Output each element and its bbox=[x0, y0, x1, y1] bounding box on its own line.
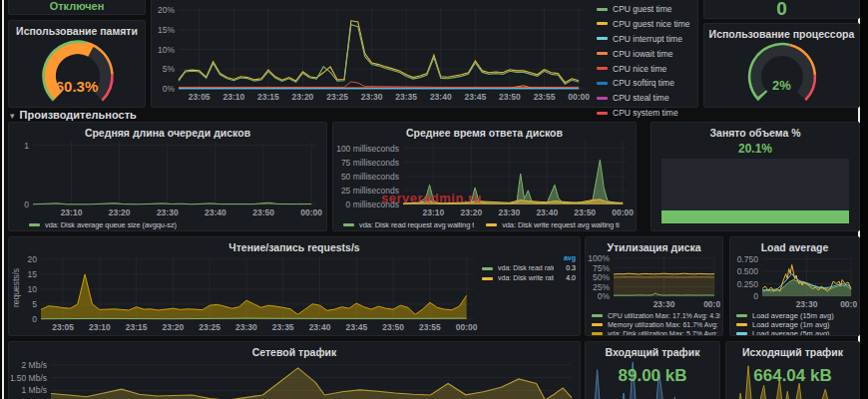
section-title: Производительность bbox=[20, 109, 137, 121]
rw-requests-chart[interactable]: 23:0523:1023:1523:2023:2523:3023:3523:40… bbox=[11, 251, 478, 335]
series-color-dash bbox=[597, 52, 608, 55]
disk-queue-chart[interactable]: 23:1023:2023:3023:4023:5000:0001 bbox=[11, 137, 324, 218]
grafana-dashboard: { "section": {"title": "Производительнос… bbox=[0, 0, 868, 399]
cpu-stat-value: 0 bbox=[704, 0, 859, 20]
svg-text:00:00: 00:00 bbox=[300, 207, 322, 217]
panel-title[interactable]: Использование процессора bbox=[704, 28, 859, 40]
legend-label: CPU guest nice time bbox=[613, 19, 689, 29]
legend-item[interactable]: CPU system time bbox=[597, 108, 696, 118]
svg-text:15%: 15% bbox=[158, 25, 175, 35]
svg-text:0: 0 bbox=[32, 314, 37, 324]
panel-agent-status: Отключен bbox=[8, 0, 146, 15]
legend-item[interactable]: CPU softirq time bbox=[597, 78, 696, 88]
svg-text:23:30: 23:30 bbox=[796, 299, 818, 309]
cpu-times-chart[interactable]: 23:0523:1023:1523:2023:2523:3023:3523:40… bbox=[153, 1, 590, 107]
svg-text:23:15: 23:15 bbox=[126, 322, 148, 332]
memory-gauge[interactable] bbox=[18, 37, 138, 107]
series-color-dash bbox=[597, 8, 608, 11]
legend-label: CPU guest time bbox=[613, 4, 672, 14]
panel-title[interactable]: Использование памяти bbox=[9, 25, 145, 37]
legend-item[interactable]: CPU utilization Max: 17.1% Avg: 4.39% bbox=[592, 311, 720, 320]
legend-item[interactable]: CPU guest nice time bbox=[597, 19, 696, 29]
series-color-dash bbox=[482, 277, 493, 280]
legend-item[interactable]: CPU nice time bbox=[597, 64, 696, 74]
svg-text:2 Mb/s: 2 Mb/s bbox=[21, 360, 47, 370]
disk-response-chart[interactable]: 23:1023:2023:3023:4023:5000:000 millisec… bbox=[335, 137, 635, 218]
legend-label: CPU iowait time bbox=[613, 49, 672, 59]
disk-utilization-legend: CPU utilization Max: 17.1% Avg: 4.39%Mem… bbox=[592, 311, 720, 335]
panel-disk-response-time: Среднее время ответа дисков 23:1023:2023… bbox=[332, 122, 637, 231]
svg-text:23:30: 23:30 bbox=[498, 207, 520, 217]
legend-item[interactable]: vda: Disk read rate0.3 bbox=[482, 263, 576, 273]
load-average-chart[interactable]: 23:3000:0000.2500.5000.750 bbox=[732, 251, 857, 309]
cpu-times-legend: CPU guest timeCPU guest nice timeCPU int… bbox=[597, 4, 696, 123]
svg-text:23:50: 23:50 bbox=[574, 207, 596, 217]
svg-text:100%: 100% bbox=[588, 253, 610, 263]
series-color-dash bbox=[597, 112, 608, 115]
chevron-down-icon: ▾ bbox=[10, 111, 15, 121]
svg-text:23:10: 23:10 bbox=[422, 207, 444, 217]
disk-utilization-chart[interactable]: 23:3000:000%25%50%75%100% bbox=[588, 251, 720, 309]
series-color-dash bbox=[597, 37, 608, 40]
volume-used-value: 20.1% bbox=[651, 142, 859, 156]
series-color-dash bbox=[592, 332, 603, 335]
series-color-dash bbox=[736, 323, 747, 326]
legend-item[interactable]: Load average (15m avg) bbox=[736, 311, 857, 320]
svg-text:50%: 50% bbox=[593, 272, 610, 282]
legend-label: CPU nice time bbox=[613, 64, 666, 74]
load-average-legend: Load average (15m avg)Load average (1m a… bbox=[736, 311, 857, 335]
watermark-text: serveradmin.ru bbox=[381, 191, 482, 205]
svg-text:23:15: 23:15 bbox=[257, 92, 279, 102]
svg-text:20: 20 bbox=[28, 254, 38, 264]
svg-text:25%: 25% bbox=[593, 282, 610, 292]
svg-text:23:40: 23:40 bbox=[430, 92, 452, 102]
legend-item[interactable]: Load average (1m avg) bbox=[736, 320, 857, 329]
legend-label: vda: Disk utilization Max: 5.7% Avg: 1.7… bbox=[608, 329, 720, 335]
legend-label: CPU system time bbox=[613, 108, 678, 118]
legend-item[interactable]: CPU guest time bbox=[597, 4, 696, 14]
panel-disk-utilization: Утилизация диска 23:3000:000%25%50%75%10… bbox=[585, 236, 723, 336]
legend-item[interactable]: CPU iowait time bbox=[597, 49, 696, 59]
legend-item[interactable]: CPU steal time bbox=[597, 93, 696, 103]
svg-text:23:55: 23:55 bbox=[419, 322, 441, 332]
legend-item[interactable]: vda: Disk average queue size (avgqu-sz) bbox=[29, 220, 177, 229]
legend-item[interactable]: Memory utilization Max: 61.7% Avg: 59.6% bbox=[592, 320, 720, 329]
svg-text:23:50: 23:50 bbox=[252, 207, 274, 217]
legend-label: CPU utilization Max: 17.1% Avg: 4.39% bbox=[608, 311, 720, 320]
svg-text:0.500: 0.500 bbox=[737, 266, 759, 276]
network-traffic-chart[interactable]: 500 kb/s1 Mb/s1.50 Mb/s2 Mb/s bbox=[11, 356, 578, 399]
legend-item[interactable]: vda: Disk write rate4.0 bbox=[482, 273, 576, 283]
legend-avg-header[interactable]: avg bbox=[482, 253, 576, 263]
svg-text:100 milliseconds: 100 milliseconds bbox=[336, 144, 399, 154]
series-color-dash bbox=[597, 97, 608, 100]
legend-label: Load average (5m avg) bbox=[752, 329, 830, 335]
legend-item[interactable]: Load average (5m avg) bbox=[736, 329, 857, 335]
panel-outgoing-traffic: Исходящий трафик 664.04 kB bbox=[725, 341, 860, 399]
volume-bar-gauge bbox=[661, 159, 849, 223]
series-color-dash bbox=[736, 314, 747, 317]
svg-text:10%: 10% bbox=[158, 45, 175, 55]
series-color-dash bbox=[597, 22, 608, 25]
panel-title[interactable]: Занято объема % bbox=[651, 127, 859, 139]
volume-bar-fill bbox=[661, 210, 849, 223]
legend-label: CPU interrupt time bbox=[613, 34, 682, 44]
svg-text:23:25: 23:25 bbox=[326, 92, 348, 102]
svg-text:1.50 Mb/s: 1.50 Mb/s bbox=[11, 373, 47, 383]
svg-text:23:30: 23:30 bbox=[361, 92, 383, 102]
svg-text:23:20: 23:20 bbox=[163, 322, 185, 332]
section-performance[interactable]: ▾Производительность bbox=[10, 109, 137, 121]
svg-text:15: 15 bbox=[28, 269, 38, 279]
legend-label: vda: Disk write rate bbox=[498, 273, 554, 283]
disk-response-legend: vda: Disk read request avg waiting time … bbox=[343, 220, 632, 229]
series-color-dash bbox=[29, 223, 40, 226]
legend-item[interactable]: vda: Disk read request avg waiting time … bbox=[343, 220, 474, 229]
legend-item[interactable]: vda: Disk write request avg waiting time… bbox=[486, 220, 620, 229]
cpu-gauge[interactable] bbox=[725, 40, 839, 106]
svg-text:23:40: 23:40 bbox=[205, 207, 226, 217]
legend-item[interactable]: CPU interrupt time bbox=[597, 34, 696, 44]
cpu-gauge-value: 2% bbox=[704, 78, 859, 93]
legend-item[interactable]: vda: Disk utilization Max: 5.7% Avg: 1.7… bbox=[592, 329, 720, 335]
memory-gauge-value: 60.3% bbox=[9, 78, 145, 95]
svg-text:23:35: 23:35 bbox=[395, 92, 417, 102]
svg-text:00:00: 00:00 bbox=[456, 322, 478, 332]
